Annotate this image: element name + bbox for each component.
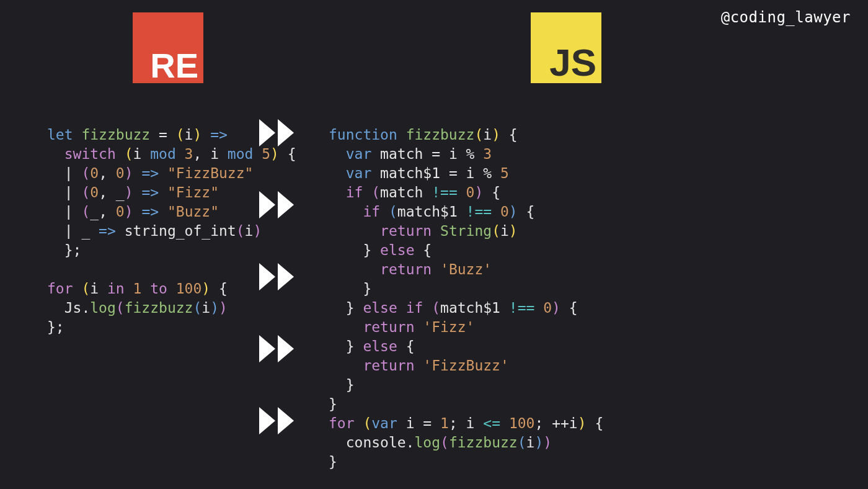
- code-line: console.log(fizzbuzz(i)): [329, 434, 552, 451]
- code-line: function fizzbuzz(i) {: [329, 127, 518, 143]
- code-line: };: [47, 242, 81, 258]
- code-line: } else {: [329, 338, 414, 354]
- code-line: return 'Fizz': [329, 319, 474, 335]
- triangle-right-icon: [278, 335, 294, 362]
- code-line: switch (i mod 3, i mod 5) {: [47, 146, 296, 162]
- code-line: Js.log(fizzbuzz(i)): [47, 300, 228, 316]
- code-line: var match$1 = i % 5: [329, 165, 509, 181]
- code-line: return 'FizzBuzz': [329, 357, 509, 374]
- arrow-pair: [259, 407, 294, 434]
- javascript-logo: JS: [531, 12, 601, 83]
- code-line: } else {: [329, 242, 432, 258]
- attribution-handle: @coding_lawyer: [721, 9, 851, 26]
- code-line: } else if (match$1 !== 0) {: [329, 300, 578, 316]
- code-line: }: [329, 280, 371, 297]
- code-line: if (match !== 0) {: [329, 184, 500, 200]
- arrow-pair: [259, 335, 294, 362]
- code-line: for (var i = 1; i <= 100; ++i) {: [329, 415, 603, 431]
- code-line: if (match$1 !== 0) {: [329, 204, 534, 220]
- code-line: | _ => string_of_int(i): [47, 223, 262, 239]
- reasonml-code-block: let fizzbuzz = (i) => switch (i mod 3, i…: [47, 106, 296, 337]
- code-line: }: [329, 377, 355, 393]
- triangle-right-icon: [259, 407, 275, 434]
- code-line: | (_, 0) => "Buzz": [47, 204, 219, 220]
- code-line: | (0, _) => "Fizz": [47, 184, 219, 200]
- triangle-right-icon: [259, 335, 275, 362]
- code-line: var match = i % 3: [329, 146, 492, 162]
- triangle-right-icon: [278, 407, 294, 434]
- code-line: }: [329, 454, 337, 470]
- code-line: };: [47, 319, 64, 335]
- code-line: | (0, 0) => "FizzBuzz": [47, 165, 253, 181]
- reasonml-logo: RE: [133, 12, 203, 83]
- code-line: return String(i): [329, 223, 518, 239]
- code-line: let fizzbuzz = (i) =>: [47, 127, 228, 143]
- javascript-code-block: function fizzbuzz(i) { var match = i % 3…: [329, 106, 603, 472]
- code-line: }: [329, 396, 337, 412]
- code-line: for (i in 1 to 100) {: [47, 280, 228, 297]
- code-line: return 'Buzz': [329, 261, 492, 277]
